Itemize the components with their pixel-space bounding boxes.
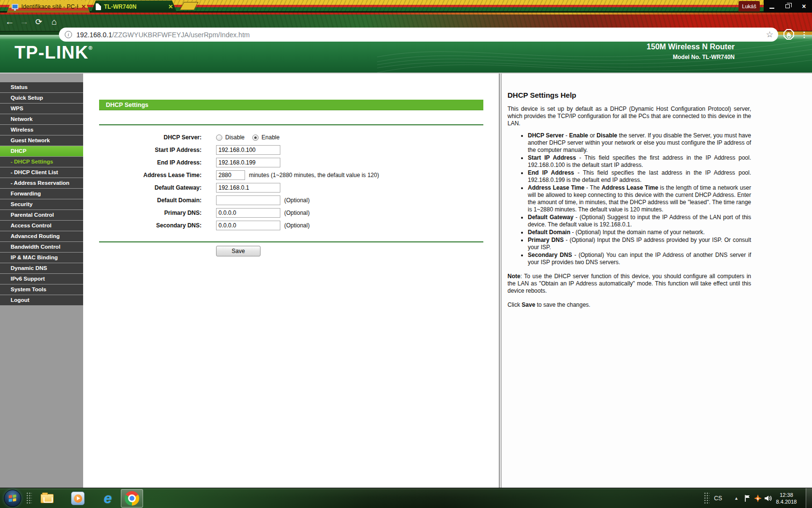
product-name: 150M Wireless N Router <box>647 43 735 51</box>
form-top-rule <box>99 124 483 125</box>
radio-disable[interactable] <box>216 134 222 141</box>
svg-text:a: a <box>757 497 759 500</box>
primary-dns-row: Primary DNS: (Optional) <box>99 207 483 219</box>
start-ip-row: Start IP Address: <box>99 144 483 156</box>
dhcp-server-row: DHCP Server: Disable Enable <box>99 131 483 144</box>
start-ip-input[interactable] <box>216 145 280 155</box>
lease-time-hint: minutes (1~2880 minutes, the default val… <box>249 172 379 179</box>
dhcp-server-enable-option[interactable]: Enable <box>252 134 279 141</box>
home-button[interactable]: ⌂ <box>47 15 61 29</box>
url-text: 192.168.0.1/ZZGWYUKBRFWFEYJA/userRpm/Ind… <box>76 31 766 39</box>
end-ip-label: End IP Address: <box>99 159 202 166</box>
screen: { "browser": { "tabs": [ { "title": "Ide… <box>0 0 812 508</box>
show-desktop-button[interactable] <box>806 488 812 508</box>
sidebar-item-quick-setup[interactable]: Quick Setup <box>0 93 83 103</box>
dhcp-server-disable-option[interactable]: Disable <box>216 134 245 141</box>
browser-toolbar: ← → ⟳ ⌂ i 192.168.0.1/ZZGWYUKBRFWFEYJA/u… <box>0 13 812 31</box>
default-domain-input[interactable] <box>216 195 280 205</box>
sidebar-item-dynamic-dns[interactable]: Dynamic DNS <box>0 263 83 273</box>
primary-dns-input[interactable] <box>216 208 280 218</box>
avast-antivirus-icon[interactable]: a <box>754 488 762 508</box>
taskbar-grip <box>26 492 32 505</box>
sidebar-item-address-reservation[interactable]: - Address Reservation <box>0 178 83 188</box>
explorer-taskbar-icon[interactable] <box>40 492 54 505</box>
sidebar-item-advanced-routing[interactable]: Advanced Routing <box>0 231 83 241</box>
computer-icon <box>12 4 18 9</box>
browser-tab-strip: Identifikace sítě - PC-HEL ✕ TL-WR740N ✕… <box>0 0 812 13</box>
sidebar-item-dhcp-settings[interactable]: - DHCP Settings <box>0 157 83 167</box>
sidebar-item-access-control[interactable]: Access Control <box>0 221 83 231</box>
sidebar-item-status[interactable]: Status <box>0 82 83 92</box>
forward-button[interactable]: → <box>17 15 31 29</box>
secondary-dns-hint: (Optional) <box>284 222 310 229</box>
radio-disable-label: Disable <box>225 134 245 141</box>
taskbar-clock[interactable]: 12:38 8.4.2018 <box>771 488 801 508</box>
default-gateway-row: Default Gateway: <box>99 181 483 194</box>
start-ip-label: Start IP Address: <box>99 147 202 153</box>
dhcp-settings-form: DHCP Server: Disable Enable Start IP Add… <box>99 131 483 232</box>
radio-enable-label: Enable <box>261 134 279 141</box>
help-bullet-list: DHCP Server - Enable or Disable the serv… <box>508 132 751 266</box>
chrome-taskbar-icon-active[interactable] <box>121 489 143 508</box>
address-bar[interactable]: i 192.168.0.1/ZZGWYUKBRFWFEYJA/userRpm/I… <box>59 28 778 42</box>
chrome-icon <box>125 491 139 506</box>
new-tab-button[interactable] <box>179 2 198 10</box>
primary-dns-hint: (Optional) <box>284 209 310 216</box>
show-hidden-icons-arrow[interactable]: ▲ <box>734 488 739 508</box>
end-ip-input[interactable] <box>216 158 280 167</box>
secondary-dns-label: Secondary DNS: <box>99 222 202 229</box>
sidebar-item-dhcp-client-list[interactable]: - DHCP Client List <box>0 167 83 178</box>
windows-taskbar: e CS ▲ a 12:38 8.4.2018 <box>0 488 812 508</box>
page-info-icon[interactable]: i <box>65 31 72 38</box>
dhcp-server-label: DHCP Server: <box>99 134 202 141</box>
tab-close-icon[interactable]: ✕ <box>81 3 86 10</box>
language-indicator[interactable]: CS <box>714 488 722 508</box>
form-bottom-rule <box>99 241 483 242</box>
lease-time-input[interactable] <box>216 170 245 180</box>
save-button[interactable]: Save <box>216 246 261 256</box>
sidebar-item-logout[interactable]: Logout <box>0 295 83 305</box>
sidebar-item-ip-mac-binding[interactable]: IP & MAC Binding <box>0 253 83 263</box>
extension-hand-icon[interactable] <box>783 29 795 40</box>
registered-mark: ® <box>88 45 93 51</box>
clock-date: 8.4.2018 <box>771 498 801 505</box>
tplink-logo: TP-LINK® <box>14 43 93 63</box>
sidebar-item-wireless[interactable]: Wireless <box>0 125 83 135</box>
sidebar-item-guest-network[interactable]: Guest Network <box>0 135 83 146</box>
tab-router-active[interactable]: TL-WR740N ✕ <box>91 0 177 13</box>
tab-close-icon[interactable]: ✕ <box>168 3 173 10</box>
url-host: 192.168.0.1 <box>76 31 112 39</box>
sidebar-item-system-tools[interactable]: System Tools <box>0 284 83 295</box>
action-center-flag-icon[interactable] <box>744 488 751 508</box>
radio-enable[interactable] <box>252 134 259 141</box>
minimize-button[interactable] <box>764 0 780 13</box>
sidebar-item-parental-control[interactable]: Parental Control <box>0 210 83 220</box>
restore-button[interactable] <box>780 0 796 13</box>
url-path: /ZZGWYUKBRFWFEYJA/userRpm/Index.htm <box>112 31 250 39</box>
browser-menu-icon[interactable]: ⋮ <box>799 29 809 40</box>
internet-explorer-taskbar-icon[interactable]: e <box>101 492 115 505</box>
secondary-dns-input[interactable] <box>216 221 280 230</box>
sidebar-item-bandwidth-control[interactable]: Bandwidth Control <box>0 242 83 252</box>
sidebar-item-dhcp[interactable]: DHCP <box>0 146 83 156</box>
default-gateway-input[interactable] <box>216 183 280 193</box>
reload-button[interactable]: ⟳ <box>32 15 45 29</box>
bookmark-star-icon[interactable]: ☆ <box>766 30 773 40</box>
media-player-taskbar-icon[interactable] <box>71 492 85 505</box>
back-button[interactable]: ← <box>3 15 16 29</box>
close-button[interactable]: × <box>796 0 812 13</box>
default-domain-row: Default Domain: (Optional) <box>99 194 483 207</box>
sidebar-item-network[interactable]: Network <box>0 114 83 124</box>
sidebar-item-ipv6-support[interactable]: IPv6 Support <box>0 274 83 284</box>
media-player-icon <box>71 492 85 505</box>
start-button[interactable] <box>4 490 21 507</box>
sidebar-item-security[interactable]: Security <box>0 199 83 209</box>
lease-time-label: Address Lease Time: <box>99 172 202 179</box>
sidebar-item-forwarding[interactable]: Forwarding <box>0 189 83 199</box>
sidebar-item-wps[interactable]: WPS <box>0 104 83 114</box>
help-bullet-secondary-dns: Secondary DNS - (Optional) You can input… <box>528 252 751 266</box>
help-bullet-start-ip: Start IP Address - This field specifies … <box>528 154 751 169</box>
tray-grip <box>704 492 710 505</box>
tab-network-identification[interactable]: Identifikace sítě - PC-HEL ✕ <box>7 0 90 13</box>
browser-profile-name[interactable]: Lukáš <box>739 1 760 12</box>
